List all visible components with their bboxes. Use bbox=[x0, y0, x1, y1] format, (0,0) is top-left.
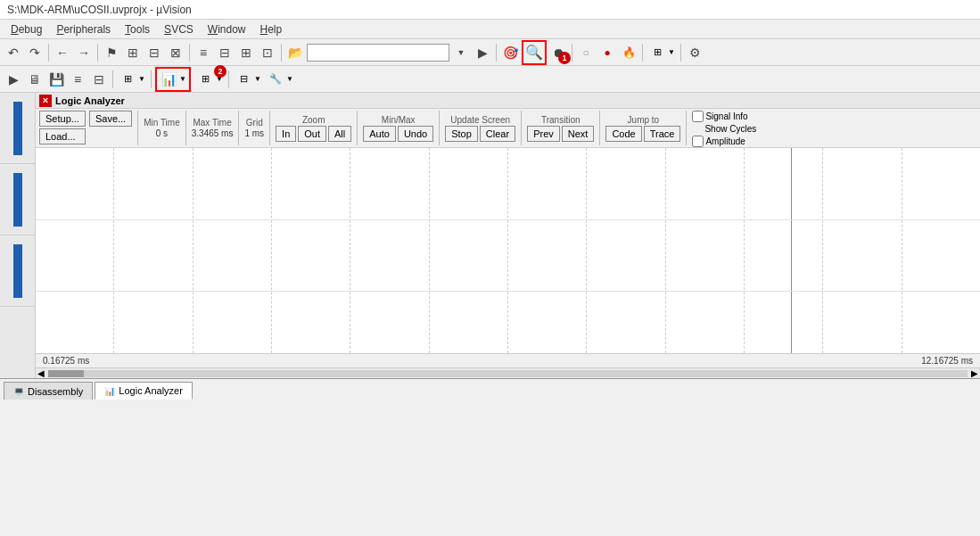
record-button[interactable]: ⏺ 1 bbox=[548, 43, 568, 62]
target-button[interactable]: 🎯 bbox=[500, 43, 520, 62]
la-minmax-undo-button[interactable]: Undo bbox=[398, 126, 433, 142]
list-button3[interactable]: ⊞ bbox=[236, 43, 256, 62]
la-signal-info-row: Signal Info bbox=[692, 111, 756, 122]
chart-arrow-icon: ▼ bbox=[178, 70, 187, 89]
la-code-button[interactable]: Code bbox=[605, 126, 641, 142]
tab-disassembly[interactable]: 💻 Disassembly bbox=[4, 382, 93, 400]
la-zoom-out-button[interactable]: Out bbox=[298, 126, 326, 142]
la-gridlines bbox=[36, 148, 980, 353]
la-jumpto-label: Jump to bbox=[628, 115, 660, 125]
menu-svcs[interactable]: SVCS bbox=[157, 21, 201, 37]
tb2-dropdown4[interactable]: 🔧 ▼ bbox=[265, 70, 295, 89]
la-gridcol-4 bbox=[272, 148, 350, 353]
flame-button[interactable]: 🔥 bbox=[619, 43, 638, 62]
list-button4[interactable]: ⊡ bbox=[258, 43, 277, 62]
bookmark-nav2[interactable]: ⊟ bbox=[144, 43, 164, 62]
tb2-dropdown1[interactable]: ⊞ ▼ bbox=[117, 70, 147, 89]
list-button2[interactable]: ⊟ bbox=[215, 43, 235, 62]
left-panel-item1 bbox=[0, 93, 35, 164]
circle-empty-button[interactable]: ○ bbox=[576, 43, 596, 62]
la-setup-button[interactable]: Setup... bbox=[39, 111, 86, 127]
cpu-icon: 🖥 bbox=[29, 72, 41, 87]
tb2-btn4[interactable]: ≡ bbox=[68, 70, 87, 89]
la-jumpto-group: Jump to Code Trace bbox=[605, 111, 680, 145]
la-save-group: Save... bbox=[89, 111, 132, 145]
la-zoom-all-button[interactable]: All bbox=[328, 126, 351, 142]
tb2-btn1[interactable]: ▶ bbox=[4, 70, 23, 89]
window-layout-button[interactable]: ⊞ ▼ bbox=[646, 43, 677, 62]
la-gridcol-9 bbox=[666, 148, 745, 353]
register-arrow-icon: ▼ bbox=[137, 70, 146, 89]
la-transition-group: Transition Prev Next bbox=[527, 111, 594, 145]
la-zoom-label: Zoom bbox=[302, 115, 325, 125]
la-save-button[interactable]: Save... bbox=[89, 111, 132, 127]
bottom-tabs: 💻 Disassembly 📊 Logic Analyzer bbox=[0, 378, 980, 400]
flame-icon: 🔥 bbox=[622, 46, 636, 59]
bookmark-nav1[interactable]: ⊞ bbox=[123, 43, 143, 62]
la-zoom-in-button[interactable]: In bbox=[276, 126, 296, 142]
tb2-btn2[interactable]: 🖥 bbox=[25, 70, 45, 89]
la-amplitude-check[interactable] bbox=[692, 136, 704, 147]
list-button1[interactable]: ≡ bbox=[194, 43, 213, 62]
menu-tools[interactable]: Tools bbox=[118, 21, 157, 37]
la-scroll-track[interactable] bbox=[48, 370, 968, 377]
la-sep8 bbox=[599, 111, 600, 145]
undo-button[interactable]: ↶ bbox=[4, 43, 23, 62]
la-scroll-thumb[interactable] bbox=[48, 370, 84, 377]
settings-button[interactable]: ⚙ bbox=[685, 43, 704, 62]
la-next-button[interactable]: Next bbox=[562, 126, 595, 142]
la-tab-icon: 📊 bbox=[104, 386, 115, 396]
register-icon: ⊞ bbox=[118, 70, 137, 89]
la-stop-button[interactable]: Stop bbox=[445, 126, 478, 142]
la-scroll-right-button[interactable]: ▶ bbox=[969, 368, 980, 378]
tab-logic-analyzer[interactable]: 📊 Logic Analyzer bbox=[95, 382, 193, 400]
la-load-button[interactable]: Load... bbox=[39, 128, 86, 144]
chart-icon: 📊 bbox=[159, 70, 178, 89]
sep5 bbox=[496, 44, 497, 62]
circle-red-icon: ● bbox=[604, 46, 610, 59]
la-signal-info-check[interactable] bbox=[692, 111, 704, 122]
bookmark-flag-button[interactable]: ⚑ bbox=[102, 43, 121, 62]
forward-button[interactable]: → bbox=[74, 43, 94, 62]
la-signal-info-label: Signal Info bbox=[705, 111, 747, 121]
menu-debug[interactable]: Debug bbox=[4, 21, 49, 37]
la-mintime-group: Min Time 0 s bbox=[144, 111, 180, 145]
la-setup-group: Setup... Load... bbox=[39, 111, 86, 145]
la-grid bbox=[36, 148, 980, 353]
la-timestamps: 0.16725 ms 12.16725 ms bbox=[36, 353, 980, 367]
redo-button[interactable]: ↷ bbox=[25, 43, 45, 62]
magnify-button[interactable]: 🔍 bbox=[524, 43, 544, 62]
tb2-btn5[interactable]: ⊟ bbox=[89, 70, 109, 89]
circle-red-button[interactable]: ● bbox=[597, 43, 617, 62]
title-bar: S:\MDK-ARM\uCOSII.uvprojx - µVision bbox=[0, 0, 980, 20]
la-plot-area[interactable] bbox=[36, 148, 980, 353]
la-prev-button[interactable]: Prev bbox=[527, 126, 560, 142]
la-close-button[interactable]: ✕ bbox=[39, 95, 52, 107]
back-button[interactable]: ← bbox=[53, 43, 72, 62]
disassembly-icon: 💻 bbox=[13, 386, 24, 396]
la-show-cycles-row: Show Cycles bbox=[692, 124, 756, 134]
address-combo[interactable] bbox=[307, 44, 449, 62]
combo-dropdown[interactable]: ▼ bbox=[451, 43, 471, 62]
la-scroll-left-button[interactable]: ◀ bbox=[36, 368, 46, 378]
tb2-btn3[interactable]: 💾 bbox=[46, 70, 66, 89]
la-scrollbar[interactable]: ◀ ▶ bbox=[36, 367, 980, 378]
la-minmax-auto-button[interactable]: Auto bbox=[363, 126, 396, 142]
file-open-button[interactable]: 📂 bbox=[285, 43, 305, 62]
la-trace-button[interactable]: Trace bbox=[644, 126, 681, 142]
sep4 bbox=[281, 44, 282, 62]
la-sep3 bbox=[238, 111, 239, 145]
menu-peripherals[interactable]: Peripherals bbox=[49, 21, 118, 37]
tb2-dropdown3[interactable]: ⊟ ▼ bbox=[233, 70, 263, 89]
menu-window[interactable]: Window bbox=[201, 21, 253, 37]
la-grid-label: Grid bbox=[246, 118, 263, 128]
tab-disassembly-label: Disassembly bbox=[28, 386, 83, 397]
la-timestamp-right: 12.16725 ms bbox=[921, 356, 973, 366]
signal-bar-3 bbox=[13, 244, 22, 298]
menu-help[interactable]: Help bbox=[253, 21, 290, 37]
la-clear-button[interactable]: Clear bbox=[480, 126, 515, 142]
bookmark-nav3[interactable]: ⊠ bbox=[166, 43, 185, 62]
chart-button[interactable]: 📊 ▼ bbox=[158, 70, 188, 89]
la-row-sep-2 bbox=[36, 291, 980, 292]
combo-confirm[interactable]: ▶ bbox=[473, 43, 492, 62]
